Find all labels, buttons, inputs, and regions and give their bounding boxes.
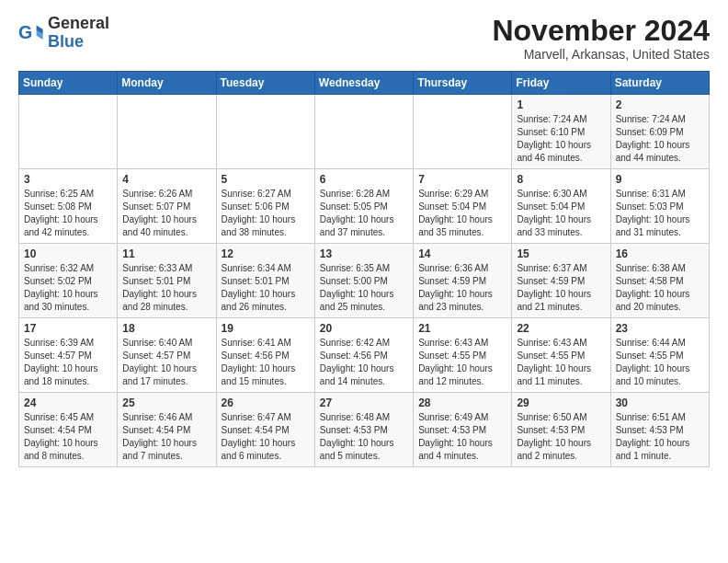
logo-general: General [48,14,109,32]
day-info: Sunrise: 6:42 AM Sunset: 4:56 PM Dayligh… [320,337,408,388]
header: G General Blue November 2024 Marvell, Ar… [18,15,710,62]
day-info: Sunrise: 6:35 AM Sunset: 5:00 PM Dayligh… [320,262,408,314]
calendar-cell: 4Sunrise: 6:26 AM Sunset: 5:07 PM Daylig… [118,169,216,244]
day-info: Sunrise: 6:41 AM Sunset: 4:56 PM Dayligh… [222,337,310,388]
day-info: Sunrise: 6:27 AM Sunset: 5:06 PM Dayligh… [222,188,310,239]
day-info: Sunrise: 6:44 AM Sunset: 4:55 PM Dayligh… [616,337,704,388]
calendar-week-5: 24Sunrise: 6:45 AM Sunset: 4:54 PM Dayli… [19,393,710,467]
day-info: Sunrise: 6:25 AM Sunset: 5:08 PM Dayligh… [24,188,112,239]
logo: G General Blue [18,15,109,52]
calendar-cell: 6Sunrise: 6:28 AM Sunset: 5:05 PM Daylig… [314,169,413,244]
day-info: Sunrise: 7:24 AM Sunset: 6:10 PM Dayligh… [517,113,605,165]
weekday-header-saturday: Saturday [610,72,709,95]
calendar-cell: 17Sunrise: 6:39 AM Sunset: 4:57 PM Dayli… [19,318,118,393]
day-number: 1 [517,98,605,111]
calendar-cell: 30Sunrise: 6:51 AM Sunset: 4:53 PM Dayli… [610,393,709,467]
day-number: 24 [24,396,112,409]
day-number: 6 [320,173,408,186]
day-number: 19 [222,322,310,335]
calendar-cell: 26Sunrise: 6:47 AM Sunset: 4:54 PM Dayli… [216,393,314,467]
day-info: Sunrise: 6:43 AM Sunset: 4:55 PM Dayligh… [418,337,506,388]
calendar-cell: 23Sunrise: 6:44 AM Sunset: 4:55 PM Dayli… [610,318,709,393]
calendar-cell [314,95,413,169]
day-number: 20 [320,322,408,335]
day-number: 14 [418,247,506,260]
day-number: 22 [517,322,605,335]
day-number: 3 [24,173,112,186]
day-info: Sunrise: 7:24 AM Sunset: 6:09 PM Dayligh… [616,113,704,165]
calendar-cell [118,95,216,169]
calendar-week-1: 1Sunrise: 7:24 AM Sunset: 6:10 PM Daylig… [19,95,710,169]
calendar-week-3: 10Sunrise: 6:32 AM Sunset: 5:02 PM Dayli… [19,244,710,318]
day-number: 13 [320,247,408,260]
weekday-header-friday: Friday [512,72,610,95]
day-number: 18 [122,322,210,335]
calendar-cell: 18Sunrise: 6:40 AM Sunset: 4:57 PM Dayli… [118,318,216,393]
title-block: November 2024 Marvell, Arkansas, United … [492,15,710,62]
calendar-cell: 8Sunrise: 6:30 AM Sunset: 5:04 PM Daylig… [512,169,610,244]
weekday-header-sunday: Sunday [19,72,118,95]
location-title: Marvell, Arkansas, United States [492,47,710,62]
day-number: 16 [616,247,704,260]
calendar-cell: 20Sunrise: 6:42 AM Sunset: 4:56 PM Dayli… [314,318,413,393]
day-info: Sunrise: 6:36 AM Sunset: 4:59 PM Dayligh… [418,262,506,314]
calendar-cell: 29Sunrise: 6:50 AM Sunset: 4:53 PM Dayli… [512,393,610,467]
calendar-cell: 13Sunrise: 6:35 AM Sunset: 5:00 PM Dayli… [314,244,413,318]
calendar-cell: 19Sunrise: 6:41 AM Sunset: 4:56 PM Dayli… [216,318,314,393]
day-number: 26 [222,396,310,409]
day-number: 25 [122,396,210,409]
day-info: Sunrise: 6:40 AM Sunset: 4:57 PM Dayligh… [122,337,210,388]
calendar-cell: 11Sunrise: 6:33 AM Sunset: 5:01 PM Dayli… [118,244,216,318]
calendar-cell: 9Sunrise: 6:31 AM Sunset: 5:03 PM Daylig… [610,169,709,244]
calendar-cell: 27Sunrise: 6:48 AM Sunset: 4:53 PM Dayli… [314,393,413,467]
day-info: Sunrise: 6:51 AM Sunset: 4:53 PM Dayligh… [616,411,704,463]
day-info: Sunrise: 6:37 AM Sunset: 4:59 PM Dayligh… [517,262,605,314]
day-info: Sunrise: 6:45 AM Sunset: 4:54 PM Dayligh… [24,411,112,463]
day-info: Sunrise: 6:31 AM Sunset: 5:03 PM Dayligh… [616,188,704,239]
calendar-week-2: 3Sunrise: 6:25 AM Sunset: 5:08 PM Daylig… [19,169,710,244]
weekday-header-thursday: Thursday [414,72,512,95]
day-info: Sunrise: 6:39 AM Sunset: 4:57 PM Dayligh… [24,337,112,388]
day-info: Sunrise: 6:43 AM Sunset: 4:55 PM Dayligh… [517,337,605,388]
calendar-cell: 7Sunrise: 6:29 AM Sunset: 5:04 PM Daylig… [414,169,512,244]
day-info: Sunrise: 6:50 AM Sunset: 4:53 PM Dayligh… [517,411,605,463]
day-number: 30 [616,396,704,409]
day-info: Sunrise: 6:46 AM Sunset: 4:54 PM Dayligh… [122,411,210,463]
calendar-cell: 24Sunrise: 6:45 AM Sunset: 4:54 PM Dayli… [19,393,118,467]
day-number: 4 [122,173,210,186]
day-info: Sunrise: 6:26 AM Sunset: 5:07 PM Dayligh… [122,188,210,239]
weekday-header-row: SundayMondayTuesdayWednesdayThursdayFrid… [19,72,710,95]
calendar-cell [216,95,314,169]
day-number: 5 [222,173,310,186]
svg-text:G: G [18,21,32,41]
calendar-cell: 16Sunrise: 6:38 AM Sunset: 4:58 PM Dayli… [610,244,709,318]
logo-text: General Blue [48,15,109,52]
weekday-header-wednesday: Wednesday [314,72,413,95]
day-info: Sunrise: 6:38 AM Sunset: 4:58 PM Dayligh… [616,262,704,314]
calendar-cell: 12Sunrise: 6:34 AM Sunset: 5:01 PM Dayli… [216,244,314,318]
calendar: SundayMondayTuesdayWednesdayThursdayFrid… [18,71,710,467]
day-info: Sunrise: 6:34 AM Sunset: 5:01 PM Dayligh… [222,262,310,314]
day-info: Sunrise: 6:33 AM Sunset: 5:01 PM Dayligh… [122,262,210,314]
day-number: 7 [418,173,506,186]
calendar-cell: 5Sunrise: 6:27 AM Sunset: 5:06 PM Daylig… [216,169,314,244]
calendar-cell: 21Sunrise: 6:43 AM Sunset: 4:55 PM Dayli… [414,318,512,393]
day-number: 8 [517,173,605,186]
day-number: 21 [418,322,506,335]
calendar-cell: 15Sunrise: 6:37 AM Sunset: 4:59 PM Dayli… [512,244,610,318]
day-info: Sunrise: 6:49 AM Sunset: 4:53 PM Dayligh… [418,411,506,463]
calendar-cell: 14Sunrise: 6:36 AM Sunset: 4:59 PM Dayli… [414,244,512,318]
day-number: 29 [517,396,605,409]
weekday-header-tuesday: Tuesday [216,72,314,95]
day-info: Sunrise: 6:32 AM Sunset: 5:02 PM Dayligh… [24,262,112,314]
calendar-cell: 3Sunrise: 6:25 AM Sunset: 5:08 PM Daylig… [19,169,118,244]
day-number: 10 [24,247,112,260]
day-number: 27 [320,396,408,409]
calendar-cell: 1Sunrise: 7:24 AM Sunset: 6:10 PM Daylig… [512,95,610,169]
day-number: 9 [616,173,704,186]
calendar-cell: 10Sunrise: 6:32 AM Sunset: 5:02 PM Dayli… [19,244,118,318]
day-number: 2 [616,98,704,111]
calendar-week-4: 17Sunrise: 6:39 AM Sunset: 4:57 PM Dayli… [19,318,710,393]
day-info: Sunrise: 6:48 AM Sunset: 4:53 PM Dayligh… [320,411,408,463]
month-title: November 2024 [492,15,710,47]
